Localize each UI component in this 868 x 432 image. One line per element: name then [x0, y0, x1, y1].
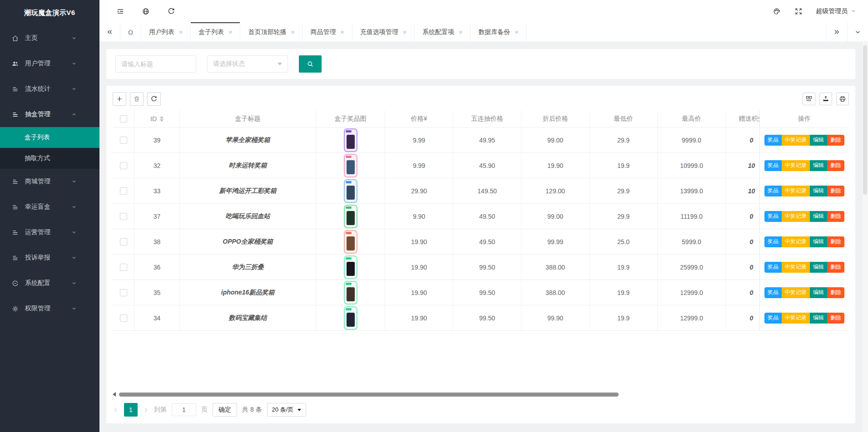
sidebar-collapse-icon[interactable] [108, 0, 133, 22]
edit-button[interactable]: 编辑 [810, 186, 827, 196]
tab-home-icon[interactable] [120, 22, 141, 42]
edit-button[interactable]: 编辑 [810, 287, 827, 298]
row-checkbox[interactable] [120, 162, 127, 169]
goto-page-input[interactable] [172, 403, 196, 416]
sidebar-item-perm-mgmt[interactable]: 权限管理 [0, 296, 99, 321]
prize-button[interactable]: 奖品 [764, 135, 782, 146]
title-search-input[interactable] [115, 55, 196, 73]
win-record-button[interactable]: 中奖记录 [782, 236, 810, 247]
win-record-button[interactable]: 中奖记录 [782, 287, 810, 298]
fullscreen-icon[interactable] [788, 0, 809, 22]
delete-button[interactable]: 删除 [827, 313, 844, 324]
row-checkbox[interactable] [120, 314, 127, 322]
sidebar-item-ops-mgmt[interactable]: 运营管理 [0, 220, 99, 245]
refresh-table-button[interactable] [147, 92, 161, 106]
edit-button[interactable]: 编辑 [810, 135, 827, 146]
sidebar-item-lucky-box[interactable]: 幸运盲盒 [0, 194, 99, 220]
sort-icon[interactable] [160, 116, 164, 122]
delete-button[interactable]: 删除 [827, 211, 844, 222]
close-icon[interactable]: × [459, 29, 462, 35]
vertical-scrollbar[interactable] [862, 42, 868, 432]
sidebar-item-flow-stats[interactable]: 流水统计 [0, 76, 99, 102]
close-icon[interactable]: × [228, 29, 232, 35]
select-all-checkbox[interactable] [120, 115, 127, 123]
prize-button[interactable]: 奖品 [764, 186, 782, 196]
tabs-scroll-left-icon[interactable] [99, 22, 120, 42]
add-button[interactable] [113, 92, 126, 106]
close-icon[interactable]: × [291, 29, 294, 35]
vertical-scrollbar-thumb[interactable] [863, 45, 867, 195]
delete-button[interactable]: 删除 [827, 160, 844, 171]
edit-button[interactable]: 编辑 [810, 236, 827, 247]
close-icon[interactable]: × [179, 29, 183, 35]
prize-button[interactable]: 奖品 [764, 262, 782, 273]
row-checkbox[interactable] [120, 264, 127, 271]
sidebar-item-home[interactable]: 主页 [0, 25, 99, 51]
close-icon[interactable]: × [515, 29, 518, 35]
row-checkbox[interactable] [120, 137, 127, 144]
status-select[interactable]: 请选择状态 [207, 55, 288, 73]
delete-button[interactable]: 删除 [827, 236, 844, 247]
row-checkbox[interactable] [120, 187, 127, 195]
page-number-button[interactable]: 1 [124, 403, 138, 417]
delete-button[interactable]: 删除 [827, 287, 844, 298]
tab-user-list[interactable]: 用户列表× [141, 22, 191, 42]
toggle-columns-button[interactable] [803, 93, 815, 105]
delete-selected-button[interactable] [130, 92, 144, 106]
next-page-button[interactable] [143, 407, 149, 413]
win-record-button[interactable]: 中奖记录 [782, 160, 810, 171]
tabs-menu-icon[interactable] [847, 22, 868, 42]
sidebar-item-mall-mgmt[interactable]: 商城管理 [0, 169, 99, 194]
win-record-button[interactable]: 中奖记录 [782, 135, 810, 146]
win-record-button[interactable]: 中奖记录 [782, 186, 810, 196]
tab-db-backup[interactable]: 数据库备份× [471, 22, 526, 42]
tab-goods-mgmt[interactable]: 商品管理× [303, 22, 352, 42]
win-record-button[interactable]: 中奖记录 [782, 262, 810, 273]
page-size-select[interactable]: 20 条/页 [267, 403, 307, 417]
print-button[interactable] [836, 93, 849, 105]
globe-icon[interactable] [133, 0, 159, 22]
horizontal-scrollbar[interactable] [113, 392, 849, 397]
tab-box-list[interactable]: 盒子列表× [191, 22, 240, 42]
win-record-button[interactable]: 中奖记录 [782, 313, 810, 324]
scroll-left-arrow-icon[interactable] [113, 392, 116, 397]
sidebar-item-box-mgmt[interactable]: 抽盒管理 [0, 102, 99, 127]
export-button[interactable] [819, 93, 832, 105]
sidebar-subitem-box-list[interactable]: 盒子列表 [0, 127, 99, 148]
cell-value: 29.90 [411, 187, 427, 195]
edit-button[interactable]: 编辑 [810, 313, 827, 324]
row-checkbox[interactable] [120, 238, 127, 245]
prize-button[interactable]: 奖品 [764, 287, 782, 298]
row-checkbox[interactable] [120, 213, 127, 220]
sidebar-item-complaints[interactable]: 投诉举报 [0, 245, 99, 270]
prize-button[interactable]: 奖品 [764, 160, 782, 171]
close-icon[interactable]: × [403, 29, 407, 35]
prev-page-button[interactable] [113, 407, 119, 413]
win-record-button[interactable]: 中奖记录 [782, 211, 810, 222]
sidebar-subitem-draw-method[interactable]: 抽取方式 [0, 148, 99, 169]
edit-button[interactable]: 编辑 [810, 160, 827, 171]
horizontal-scrollbar-thumb[interactable] [119, 393, 619, 397]
edit-button[interactable]: 编辑 [810, 262, 827, 273]
sidebar-item-user-mgmt[interactable]: 用户管理 [0, 51, 99, 76]
tabs-scroll-right-icon[interactable] [826, 22, 847, 42]
delete-button[interactable]: 删除 [827, 262, 844, 273]
tab-recharge-options[interactable]: 充值选项管理× [352, 22, 415, 42]
sidebar-item-sys-config[interactable]: 系统配置 [0, 270, 99, 296]
prize-button[interactable]: 奖品 [764, 313, 782, 324]
tab-home-carousel[interactable]: 首页顶部轮播× [240, 22, 303, 42]
delete-button[interactable]: 删除 [827, 186, 844, 196]
refresh-icon[interactable] [159, 0, 184, 22]
theme-palette-icon[interactable] [766, 0, 788, 22]
search-button[interactable] [299, 55, 322, 73]
prize-button[interactable]: 奖品 [764, 236, 782, 247]
confirm-page-button[interactable]: 确定 [213, 403, 237, 417]
delete-button[interactable]: 删除 [827, 135, 844, 146]
close-icon[interactable]: × [341, 29, 344, 35]
prize-button[interactable]: 奖品 [764, 211, 782, 222]
cell-value: 13999.0 [680, 187, 703, 195]
row-checkbox[interactable] [120, 289, 127, 296]
tab-sys-config-items[interactable]: 系统配置项× [415, 22, 471, 42]
edit-button[interactable]: 编辑 [810, 211, 827, 222]
user-menu[interactable]: 超级管理员 [816, 7, 856, 15]
